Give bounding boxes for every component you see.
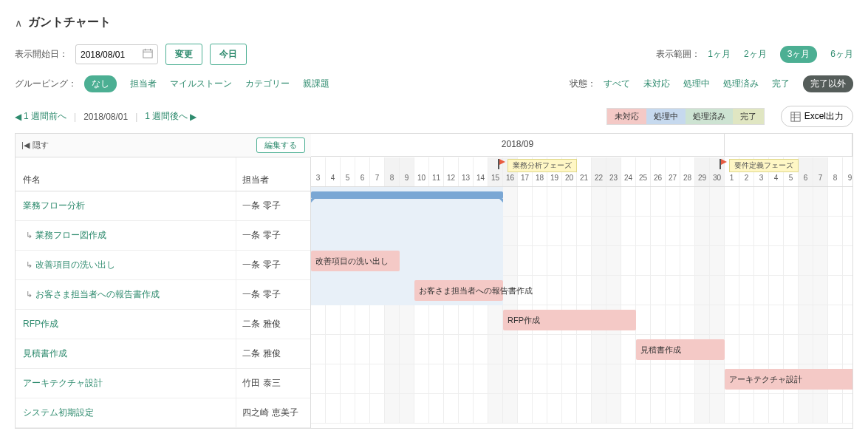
tab-option[interactable]: マイルストーン bbox=[170, 78, 232, 90]
tab-option[interactable]: 2ヶ月 bbox=[744, 48, 767, 61]
tab-option[interactable]: 未対応 bbox=[643, 78, 670, 90]
task-subject[interactable]: ↳業務フロー図作成 bbox=[16, 221, 236, 250]
legend-processing: 処理中 bbox=[646, 109, 686, 124]
gantt-chart: |◀ 隠す 編集する 2018/09 件名 担当者 業務フロー分析一条 零子↳業… bbox=[15, 133, 853, 429]
day-header-cell: 9 bbox=[843, 157, 852, 186]
task-row: RFP作成二条 雅俊 bbox=[16, 310, 310, 339]
child-arrow-icon: ↳ bbox=[26, 290, 33, 299]
grouping-tabs: なし担当者マイルストーンカテゴリー親課題 bbox=[84, 75, 329, 92]
tab-option[interactable]: 完了以外 bbox=[803, 75, 853, 92]
task-row: ↳業務フロー図作成一条 零子 bbox=[16, 221, 310, 251]
task-assignee: 一条 零子 bbox=[236, 288, 310, 301]
view-range-tabs: 1ヶ月2ヶ月3ヶ月6ヶ月 bbox=[708, 46, 853, 63]
day-header-cell: 13 bbox=[459, 157, 474, 186]
task-subject[interactable]: ↳改善項目の洗い出し bbox=[16, 251, 236, 279]
milestone-label: 業務分析フェーズ bbox=[508, 159, 577, 172]
grouping-label: グルーピング： bbox=[15, 78, 77, 90]
task-assignee: 四之崎 恵美子 bbox=[236, 407, 310, 419]
task-row: アーキテクチャ設計竹田 泰三 bbox=[16, 369, 310, 398]
gantt-bar[interactable]: アーキテクチャ設計 bbox=[725, 369, 852, 390]
start-date-input[interactable] bbox=[81, 50, 140, 60]
next-week-link[interactable]: 1 週間後へ ▶ bbox=[145, 110, 197, 123]
gantt-row: 見積書作成 bbox=[311, 335, 852, 364]
gantt-bar[interactable]: お客さま担当者への報告書作成 bbox=[414, 280, 503, 301]
tab-option[interactable]: 処理中 bbox=[683, 78, 710, 90]
spreadsheet-icon bbox=[790, 112, 801, 122]
tab-option[interactable]: なし bbox=[84, 75, 117, 92]
tab-option[interactable]: すべて bbox=[604, 78, 630, 90]
change-button[interactable]: 変更 bbox=[165, 44, 202, 65]
milestone-label: 要件定義フェーズ bbox=[729, 159, 799, 172]
excel-export-button[interactable]: Excel出力 bbox=[781, 106, 853, 127]
svg-rect-0 bbox=[143, 50, 152, 58]
task-subject[interactable]: アーキテクチャ設計 bbox=[16, 369, 236, 398]
day-header-cell: 12 bbox=[444, 157, 459, 186]
gantt-bar[interactable]: RFP作成 bbox=[503, 310, 636, 330]
task-row: ↳お客さま担当者への報告書作成一条 零子 bbox=[16, 280, 310, 310]
task-row: ↳改善項目の洗い出し一条 零子 bbox=[16, 251, 310, 280]
month-header: 2018/09 bbox=[311, 134, 725, 156]
tab-option[interactable]: 親課題 bbox=[303, 78, 329, 90]
gantt-row bbox=[311, 217, 852, 246]
gantt-row: 改善項目の洗い出し bbox=[311, 246, 852, 276]
gantt-row: お客さま担当者への報告書作成 bbox=[311, 276, 852, 305]
calendar-icon[interactable] bbox=[143, 48, 153, 61]
start-date-field[interactable] bbox=[75, 44, 158, 64]
child-arrow-icon: ↳ bbox=[26, 231, 33, 240]
task-assignee: 一条 零子 bbox=[236, 229, 310, 242]
task-subject[interactable]: 見積書作成 bbox=[16, 339, 236, 368]
start-date-label: 表示開始日： bbox=[15, 48, 68, 61]
gantt-bar[interactable] bbox=[311, 191, 503, 199]
task-assignee: 一条 零子 bbox=[236, 200, 310, 212]
task-assignee: 二条 雅俊 bbox=[236, 347, 310, 360]
gantt-row bbox=[311, 394, 852, 424]
day-header-cell: 10 bbox=[414, 157, 429, 186]
tab-option[interactable]: 1ヶ月 bbox=[708, 48, 731, 61]
day-header-cell: 11 bbox=[429, 157, 444, 186]
day-header-cell: 26 bbox=[651, 157, 666, 186]
legend-notstarted: 未対応 bbox=[607, 109, 646, 124]
day-header-cell: 21 bbox=[577, 157, 592, 186]
child-arrow-icon: ↳ bbox=[26, 260, 33, 270]
gantt-row: アーキテクチャ設計 bbox=[311, 364, 852, 394]
task-subject[interactable]: システム初期設定 bbox=[16, 398, 236, 427]
milestone-flag-icon bbox=[497, 159, 508, 169]
day-header-cell: 25 bbox=[636, 157, 651, 186]
gantt-bar[interactable]: 改善項目の洗い出し bbox=[311, 251, 400, 271]
gantt-row bbox=[311, 187, 852, 217]
day-header-cell: 22 bbox=[592, 157, 606, 186]
day-header-cell: 3 bbox=[311, 157, 326, 186]
day-header-cell: 9 bbox=[400, 157, 414, 186]
gantt-bar[interactable]: 見積書作成 bbox=[636, 339, 725, 360]
today-button[interactable]: 今日 bbox=[210, 44, 247, 65]
column-assignee-header: 担当者 bbox=[236, 157, 310, 191]
task-subject[interactable]: 業務フロー分析 bbox=[16, 191, 236, 220]
legend-done: 処理済み bbox=[686, 109, 733, 124]
tab-option[interactable]: 完了 bbox=[772, 78, 790, 90]
svg-rect-4 bbox=[791, 112, 800, 120]
day-header-cell: 14 bbox=[474, 157, 488, 186]
day-header-cell: 6 bbox=[355, 157, 370, 186]
tab-option[interactable]: カテゴリー bbox=[245, 78, 290, 90]
day-header-cell: 28 bbox=[680, 157, 695, 186]
milestone-flag-icon bbox=[719, 159, 729, 169]
prev-week-link[interactable]: ◀ 1 週間前へ bbox=[15, 110, 66, 123]
tab-option[interactable]: 処理済み bbox=[723, 78, 759, 90]
status-tabs: すべて未対応処理中処理済み完了完了以外 bbox=[604, 75, 853, 92]
day-header-cell: 24 bbox=[621, 157, 636, 186]
collapse-toggle[interactable]: ∧ bbox=[15, 17, 22, 29]
hide-columns-button[interactable]: |◀ 隠す bbox=[21, 140, 49, 151]
view-range-label: 表示範囲： bbox=[656, 48, 700, 61]
tab-option[interactable]: 6ヶ月 bbox=[830, 48, 853, 61]
day-header-cell: 5 bbox=[341, 157, 355, 186]
parent-range-bg bbox=[311, 217, 503, 246]
edit-button[interactable]: 編集する bbox=[256, 137, 305, 153]
status-label: 状態： bbox=[570, 78, 596, 90]
task-assignee: 一条 零子 bbox=[236, 259, 310, 271]
task-subject[interactable]: RFP作成 bbox=[16, 310, 236, 339]
day-header-cell: 4 bbox=[326, 157, 341, 186]
tab-option[interactable]: 担当者 bbox=[130, 78, 157, 90]
task-row: 見積書作成二条 雅俊 bbox=[16, 339, 310, 369]
task-subject[interactable]: ↳お客さま担当者への報告書作成 bbox=[16, 280, 236, 309]
tab-option[interactable]: 3ヶ月 bbox=[780, 46, 818, 63]
